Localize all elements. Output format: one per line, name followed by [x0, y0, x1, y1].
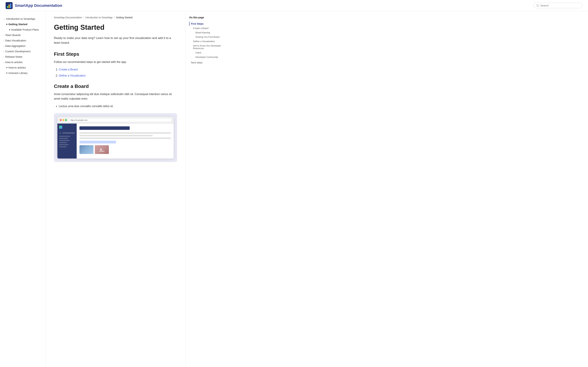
sidebar-item-team-boards[interactable]: › Team Boards: [0, 32, 45, 38]
sidebar: ⌄ Introduction to SmartApp Getting Start…: [0, 11, 45, 367]
browser-mockup: https://example.com: [57, 117, 173, 158]
page-title: Getting Started: [54, 23, 177, 32]
header: SmartApp Documentation: [0, 0, 588, 11]
browser-nav-bar-1: [62, 133, 75, 133]
bullet-icon: [6, 67, 7, 68]
browser-dot-red: [60, 119, 62, 121]
breadcrumb: SmartApp Documentation / Introduction to…: [54, 16, 177, 19]
sidebar-item-inclusion-library[interactable]: Inclusion Library: [0, 70, 45, 76]
browser-inner-main: [77, 124, 173, 158]
intro-text: Ready to make your data sing? Learn how …: [54, 36, 177, 45]
sidebar-item-how-to-articles-section[interactable]: › How-to articles: [0, 59, 45, 65]
chevron-right-icon: ›: [3, 45, 4, 47]
toc-item-create-board[interactable]: Create a Board: [189, 26, 224, 30]
svg-rect-3: [10, 3, 11, 8]
sidebar-item-available-plans[interactable]: Available Product Plans: [0, 27, 45, 32]
sidebar-item-intro[interactable]: ⌄ Introduction to SmartApp: [0, 16, 45, 22]
section-body-create-board: Amet consectetur adipiscing elit duis tr…: [54, 92, 177, 101]
bullet-icon: [6, 24, 7, 25]
sidebar-item-release-notes[interactable]: › Release Notes: [0, 54, 45, 59]
browser-nav-item-1: [57, 131, 77, 135]
chevron-right-icon: ›: [3, 61, 4, 63]
sidebar-item-label: Available Product Plans: [11, 28, 39, 31]
bullet-icon: [9, 29, 10, 30]
browser-logo-icon: [59, 126, 62, 129]
bullet-icon: [6, 73, 7, 74]
create-board-link[interactable]: Create a Board: [59, 68, 78, 71]
toc-item-sharing-first-board[interactable]: Sharing You First Board: [189, 35, 224, 39]
browser-dots: [60, 119, 67, 121]
chevron-right-icon: ›: [3, 56, 4, 58]
chevron-right-icon: ›: [3, 50, 4, 52]
screenshot-container: https://example.com: [54, 113, 177, 162]
chevron-down-icon: ⌄: [3, 18, 5, 20]
list-item: Create a Board: [59, 67, 177, 72]
sidebar-item-label: Data Visualization: [5, 39, 26, 42]
toc-item-next-steps[interactable]: Next steps: [189, 60, 224, 65]
browser-bar: https://example.com: [57, 117, 173, 124]
breadcrumb-sep-2: /: [114, 16, 115, 19]
toc-item-get-to-know[interactable]: Get to Know Our Developer Resources: [189, 44, 224, 50]
search-icon: [536, 4, 539, 7]
svg-line-5: [538, 6, 539, 7]
breadcrumb-link-2[interactable]: Introduction to SmartApp: [85, 16, 112, 19]
sidebar-item-how-to-articles-bullet[interactable]: How-to articles: [0, 65, 45, 70]
sidebar-item-label: Custom Development: [5, 50, 30, 53]
svg-rect-1: [7, 6, 8, 8]
browser-content: [57, 124, 173, 158]
browser-button: [79, 141, 116, 143]
sidebar-item-label: Inclusion Library: [9, 71, 27, 75]
toc-item-developer-community[interactable]: Developer Community: [189, 55, 224, 59]
search-bar[interactable]: [533, 3, 582, 8]
list-item: Lectus urna duis convallis convallis tel…: [59, 104, 177, 108]
sidebar-item-label: Release Notes: [5, 55, 22, 58]
browser-content-line-3: [79, 138, 171, 139]
browser-image-2: [95, 145, 109, 154]
sidebar-item-label: How-to articles: [5, 61, 23, 64]
section-body-first-steps: Follow our recommended steps to get star…: [54, 60, 177, 64]
browser-content-line-2: [79, 135, 153, 136]
browser-url: https://example.com: [69, 118, 171, 122]
sidebar-item-label: Introduction to SmartApp: [6, 17, 35, 20]
chevron-right-icon: ›: [3, 34, 4, 36]
sidebar-item-data-visualization[interactable]: › Data Visualization: [0, 38, 45, 43]
sidebar-item-custom-dev[interactable]: › Custom Development: [0, 49, 45, 54]
breadcrumb-sep-1: /: [83, 16, 84, 19]
browser-image-1: [79, 145, 94, 154]
toc-item-first-steps[interactable]: First Steps: [189, 22, 224, 26]
section-title-create-board: Create a Board: [54, 83, 177, 89]
svg-point-6: [100, 148, 102, 150]
header-left: SmartApp Documentation: [6, 2, 62, 9]
sidebar-item-label: Team Boards: [5, 33, 21, 36]
layout: ⌄ Introduction to SmartApp Getting Start…: [0, 11, 588, 367]
browser-sidebar-logo: [57, 126, 77, 131]
sidebar-item-label: Data Aggregation: [5, 44, 26, 47]
create-board-list: Lectus urna duis convallis convallis tel…: [54, 104, 177, 108]
sidebar-item-data-aggregation[interactable]: › Data Aggregation: [0, 43, 45, 49]
toc-title: On this page: [189, 16, 224, 19]
browser-dot-yellow: [62, 119, 64, 121]
toc-item-board-naming[interactable]: Board Naming: [189, 31, 224, 35]
arrow-left-icon: [59, 132, 61, 134]
site-title: SmartApp Documentation: [15, 3, 62, 8]
browser-images: [79, 145, 171, 154]
sidebar-item-getting-started[interactable]: Getting Started: [0, 22, 45, 27]
toc-item-define-visualization[interactable]: Define a Visualization: [189, 39, 224, 43]
section-title-first-steps: First Steps: [54, 51, 177, 57]
breadcrumb-current: Getting Started: [116, 16, 132, 19]
sidebar-item-label: How-to articles: [9, 66, 26, 69]
logo[interactable]: [6, 2, 13, 9]
toc-sidebar: On this page First Steps Create a Board …: [185, 11, 227, 367]
svg-rect-2: [9, 5, 10, 8]
sidebar-item-label: Getting Started: [9, 23, 27, 26]
breadcrumb-link-1[interactable]: SmartApp Documentation: [54, 16, 82, 19]
chevron-right-icon: ›: [3, 40, 4, 42]
search-input[interactable]: [540, 4, 579, 7]
main-content: SmartApp Documentation / Introduction to…: [45, 11, 185, 367]
browser-dot-green: [65, 119, 67, 121]
browser-content-line-1: [79, 132, 171, 134]
browser-heading: [79, 126, 130, 130]
toc-item-client[interactable]: Client: [189, 51, 224, 55]
list-item: Define a Visualization: [59, 73, 177, 78]
define-viz-link[interactable]: Define a Visualization: [59, 74, 86, 77]
